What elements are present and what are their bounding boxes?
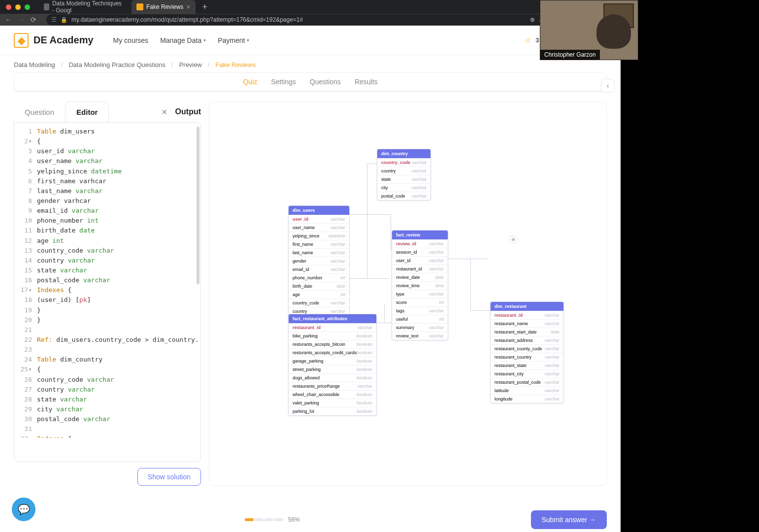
nav-manage-data[interactable]: Manage Data▾ (160, 36, 206, 44)
reload-icon[interactable]: ⟳ (31, 16, 36, 24)
url-field[interactable]: ☰ 🔒 my.dataengineeracademy.com/mod/quiz/… (46, 14, 568, 25)
browser-tab-2[interactable]: Fake Reviews × (132, 0, 196, 14)
minimize-window-icon[interactable] (15, 4, 21, 10)
progress-percent: 56% (288, 516, 300, 523)
bottom-bar: 56% Submit answer → (14, 510, 607, 529)
breadcrumb: Data Modeling/ Data Modeling Practice Qu… (0, 55, 621, 68)
presenter-name: Christopher Garzon (540, 50, 600, 60)
output-heading: Output (175, 107, 201, 116)
logo-icon: ◆ (14, 33, 29, 48)
close-editor-icon[interactable]: × (158, 104, 171, 120)
tab-title: Data Modeling Techniques - Googl (52, 0, 123, 14)
zoom-icon[interactable]: ⊕ (530, 16, 535, 23)
browser-tab-1[interactable]: Data Modeling Techniques - Googl (39, 0, 128, 14)
site-header: ◆ DE Academy My courses Manage Data▾ Pay… (0, 26, 621, 55)
maximize-window-icon[interactable] (25, 4, 30, 10)
address-bar: ← → ⟳ ☰ 🔒 my.dataengineeracademy.com/mod… (0, 14, 621, 26)
crumb-link[interactable]: Preview (179, 61, 202, 68)
db-table-dim_country[interactable]: dim_countrycountry_codevarcharcountryvar… (377, 149, 431, 200)
crumb-current: Fake Reviews (216, 61, 256, 68)
tab-quiz[interactable]: Quiz (243, 78, 257, 86)
karma-count: 3 (535, 36, 539, 44)
close-window-icon[interactable] (6, 4, 11, 10)
url-text: my.dataengineeracademy.com/mod/quiz/atte… (71, 16, 526, 23)
reader-icon[interactable]: ☰ (51, 16, 57, 23)
tab-questions[interactable]: Questions (310, 78, 341, 86)
crumb-link[interactable]: Data Modeling Practice Questions (68, 61, 165, 68)
new-tab-button[interactable]: + (199, 2, 211, 12)
back-icon[interactable]: ← (5, 16, 12, 24)
star-icon: ☆ (525, 35, 531, 45)
quiz-tabs: Quiz Settings Questions Results (14, 73, 606, 91)
crumb-link[interactable]: Data Modeling (14, 61, 55, 68)
chevron-down-icon: ▾ (203, 37, 206, 43)
grab-cursor-icon: ✥ (509, 235, 518, 244)
window-controls[interactable] (6, 4, 30, 10)
close-tab-icon[interactable]: × (186, 3, 190, 11)
db-table-fact_review[interactable]: fact_reviewreview_idvarcharsession_idvar… (392, 230, 448, 340)
main-content: Question Editor × Output 1Table dim_user… (0, 92, 621, 496)
quiz-sheet: Quiz Settings Questions Results (14, 72, 607, 92)
person-silhouette (596, 14, 631, 49)
chat-bubble-button[interactable]: 💬 (12, 498, 35, 521)
favicon-icon (44, 3, 49, 10)
tab-bar: Data Modeling Techniques - Googl Fake Re… (0, 0, 621, 14)
webcam-overlay: Christopher Garzon (540, 0, 638, 60)
scrollbar[interactable] (197, 127, 199, 284)
tab-settings[interactable]: Settings (271, 78, 296, 86)
browser-chrome: Data Modeling Techniques - Googl Fake Re… (0, 0, 621, 26)
db-table-dim_restaurant[interactable]: dim_restaurantrestaurant_idvarcharrestau… (490, 301, 564, 403)
progress-indicator: 56% (245, 516, 300, 523)
lock-icon: 🔒 (61, 17, 67, 23)
show-solution-button[interactable]: Show solution (137, 468, 201, 486)
chevron-down-icon: ▾ (247, 37, 249, 43)
logo[interactable]: ◆ DE Academy (14, 33, 94, 48)
collapse-panel-button[interactable]: ‹ (601, 79, 615, 93)
brand-name: DE Academy (33, 34, 94, 46)
black-sidebar (621, 0, 759, 532)
favicon-icon (136, 3, 143, 10)
output-panel[interactable]: dim_countrycountry_codevarcharcountryvar… (209, 101, 607, 486)
forward-icon[interactable]: → (18, 16, 25, 24)
code-editor[interactable]: 1Table dim_users 2▾{ 3user_id varchar 4u… (14, 122, 201, 462)
tab-results[interactable]: Results (355, 78, 378, 86)
tab-question[interactable]: Question (14, 102, 65, 122)
db-table-fact_restaurant_attributes[interactable]: fact_restaurant_attributesrestaurant_idv… (288, 314, 377, 416)
tab-editor[interactable]: Editor (65, 101, 109, 122)
nav-my-courses[interactable]: My courses (113, 36, 149, 44)
nav-payment[interactable]: Payment▾ (218, 36, 249, 44)
tab-title: Fake Reviews (146, 3, 183, 10)
submit-answer-button[interactable]: Submit answer → (531, 510, 607, 529)
